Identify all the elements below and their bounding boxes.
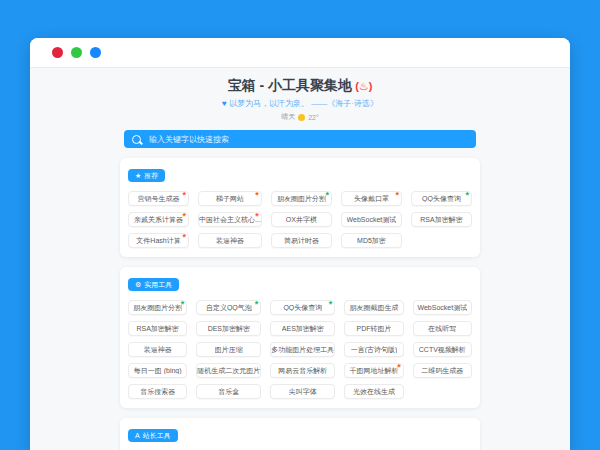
tool-label: 营销号生成器 xyxy=(138,195,180,202)
tool-button[interactable]: 多功能图片处理工具 xyxy=(270,342,335,357)
section-badge: ★ 推荐 xyxy=(128,169,165,182)
tool-button[interactable]: 音乐搜索器 xyxy=(128,384,187,399)
tool-button[interactable]: 图片压缩 xyxy=(196,342,261,357)
section-badge-icon: ★ xyxy=(135,172,141,179)
hot-star-icon: * xyxy=(255,212,259,220)
window-close-button[interactable] xyxy=(52,47,63,58)
hot-flame-icon: (♨) xyxy=(355,80,372,93)
tool-button[interactable]: 在线听写 xyxy=(413,321,472,336)
tool-label: QQ头像查询 xyxy=(283,304,322,311)
tool-label: 随机生成二次元图片 xyxy=(197,367,260,374)
search-icon xyxy=(132,135,141,144)
tool-label: 音乐搜索器 xyxy=(140,388,175,395)
tool-button[interactable]: WebSocket测试 xyxy=(413,300,472,315)
tool-button[interactable]: AES加密解密 xyxy=(270,321,335,336)
tool-label: 文件Hash计算 xyxy=(136,237,180,244)
tool-button[interactable]: 文件Hash计算* xyxy=(128,233,189,248)
tool-button[interactable]: 二维码生成器 xyxy=(413,363,472,378)
section-badge-label: 站长工具 xyxy=(143,432,171,439)
tool-label: 朋友圈图片分割 xyxy=(133,304,182,311)
sun-icon xyxy=(298,114,305,121)
section-badge-label: 实用工具 xyxy=(144,281,172,288)
site-motto: ♥ 以梦为马，以汗为泉。 ——《海子·诗选》 xyxy=(30,98,570,109)
tool-label: 网易云音乐解析 xyxy=(278,367,327,374)
tool-section-card: A 站长工具 中国社会主义核心...*文件Hash计算*Hash计算URL编码解… xyxy=(120,418,480,450)
hot-star-icon: * xyxy=(395,191,399,199)
window-maximize-button[interactable] xyxy=(90,47,101,58)
weather-widget: 晴天 22° xyxy=(30,112,570,122)
section-badge-icon: A xyxy=(135,432,140,439)
tool-label: OX井字棋 xyxy=(286,216,317,223)
tool-button[interactable]: MD5加密 xyxy=(341,233,402,248)
tool-button[interactable]: 朋友圈图片分割* xyxy=(128,300,187,315)
hot-star-icon: * xyxy=(183,212,187,220)
tool-section-card: ⚙ 实用工具 朋友圈图片分割*自定义QQ气泡*QQ头像查询*朋友圈截图生成Web… xyxy=(120,267,480,408)
tool-button[interactable]: 随机生成二次元图片 xyxy=(196,363,261,378)
tool-label: 光效在线生成 xyxy=(353,388,395,395)
tool-button[interactable]: 朋友圈图片分割* xyxy=(271,191,332,206)
tool-button[interactable]: 亲戚关系计算器* xyxy=(128,212,189,227)
tool-label: 朋友圈图片分割 xyxy=(277,195,326,202)
tool-grid: 营销号生成器*梯子网站*朋友圈图片分割*头像戴口罩*QQ头像查询*亲戚关系计算器… xyxy=(128,191,472,248)
tool-button[interactable]: 千图网地址解析* xyxy=(344,363,403,378)
new-star-icon: * xyxy=(329,300,333,308)
new-star-icon: * xyxy=(465,191,469,199)
hot-star-icon: * xyxy=(255,191,259,199)
tool-label: 中国社会主义核心... xyxy=(199,216,261,223)
tool-label: 装逼神器 xyxy=(216,237,244,244)
tool-button[interactable]: 尖叫字体 xyxy=(270,384,335,399)
tool-button[interactable]: 一言(古诗句版) xyxy=(344,342,403,357)
tool-label: 自定义QQ气泡 xyxy=(206,304,252,311)
tool-button[interactable]: PDF转图片 xyxy=(344,321,403,336)
hot-star-icon: * xyxy=(183,233,187,241)
tool-label: QQ头像查询 xyxy=(422,195,461,202)
tool-button[interactable]: 音乐盒 xyxy=(196,384,261,399)
hot-star-icon: * xyxy=(397,363,401,371)
tool-label: 一言(古诗句版) xyxy=(351,346,398,353)
tool-button[interactable]: 每日一图 (bing) xyxy=(128,363,187,378)
section-badge-icon: ⚙ xyxy=(135,281,141,288)
tool-button[interactable]: QQ头像查询* xyxy=(411,191,472,206)
tool-button[interactable]: 简易计时器 xyxy=(271,233,332,248)
tool-button[interactable]: RSA加密解密 xyxy=(128,321,187,336)
tool-button[interactable]: 营销号生成器* xyxy=(128,191,189,206)
tool-label: WebSocket测试 xyxy=(347,216,397,223)
tool-label: 简易计时器 xyxy=(284,237,319,244)
search-input[interactable] xyxy=(147,134,468,145)
tool-button[interactable]: 梯子网站* xyxy=(198,191,262,206)
tool-button[interactable]: WebSocket测试 xyxy=(341,212,402,227)
tool-button[interactable]: 中国社会主义核心...* xyxy=(198,212,262,227)
window-titlebar xyxy=(30,38,570,68)
tool-button[interactable]: QQ头像查询* xyxy=(270,300,335,315)
window-minimize-button[interactable] xyxy=(71,47,82,58)
tool-button[interactable]: RSA加密解密 xyxy=(411,212,472,227)
section-badge-label: 推荐 xyxy=(144,172,158,179)
tool-label: RSA加密解密 xyxy=(420,216,462,223)
tool-label: 千图网地址解析 xyxy=(349,367,398,374)
tool-label: CCTV视频解析 xyxy=(419,346,466,353)
tool-label: PDF转图片 xyxy=(356,325,391,332)
tool-grid: 朋友圈图片分割*自定义QQ气泡*QQ头像查询*朋友圈截图生成WebSocket测… xyxy=(128,300,472,399)
tool-label: 音乐盒 xyxy=(218,388,239,395)
tool-button[interactable]: 自定义QQ气泡* xyxy=(196,300,261,315)
tool-button[interactable]: 装逼神器 xyxy=(198,233,262,248)
tool-button[interactable]: CCTV视频解析 xyxy=(413,342,472,357)
section-badge: ⚙ 实用工具 xyxy=(128,278,179,291)
tool-button[interactable]: 网易云音乐解析 xyxy=(270,363,335,378)
tool-button[interactable]: 朋友圈截图生成 xyxy=(344,300,403,315)
weather-temp: 22° xyxy=(308,114,319,121)
tool-label: 图片压缩 xyxy=(215,346,243,353)
new-star-icon: * xyxy=(255,300,259,308)
tool-button[interactable]: 装逼神器 xyxy=(128,342,187,357)
tool-button[interactable]: 头像戴口罩* xyxy=(341,191,402,206)
hot-star-icon: * xyxy=(183,191,187,199)
tool-label: WebSocket测试 xyxy=(417,304,467,311)
tool-label: RSA加密解密 xyxy=(136,325,178,332)
tool-label: 朋友圈截图生成 xyxy=(349,304,398,311)
tool-button[interactable]: 光效在线生成 xyxy=(344,384,403,399)
page-title: 宝箱 - 小工具聚集地 xyxy=(228,77,352,95)
tool-button[interactable]: DES加密解密 xyxy=(196,321,261,336)
search-bar[interactable] xyxy=(124,130,476,148)
tool-label: AES加密解密 xyxy=(282,325,324,332)
tool-button[interactable]: OX井字棋 xyxy=(271,212,332,227)
